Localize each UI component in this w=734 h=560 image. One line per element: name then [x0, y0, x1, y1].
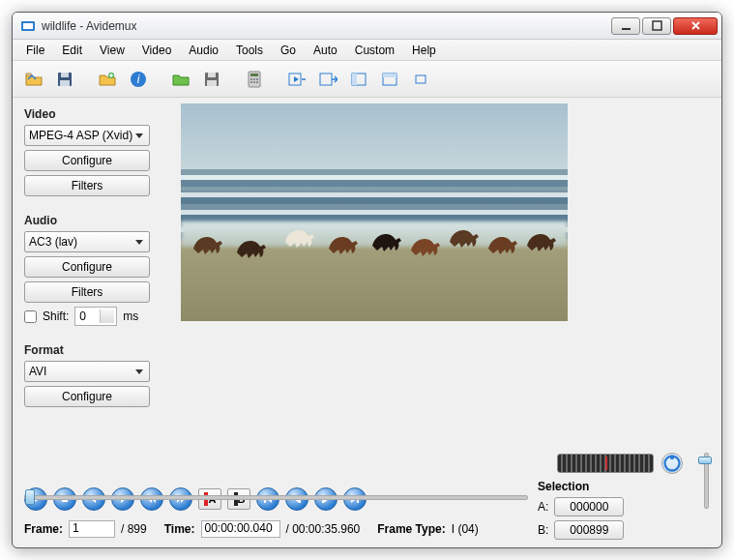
info-row: Frame: 1 / 899 Time: 00:00:00.040 / 00:0…	[24, 518, 566, 538]
svg-rect-1	[23, 23, 33, 29]
svg-rect-14	[250, 74, 258, 76]
svg-rect-5	[61, 73, 69, 77]
folder-green-icon[interactable]	[167, 66, 194, 93]
frame-label: Frame:	[24, 522, 63, 536]
svg-rect-3	[653, 21, 661, 30]
format-select[interactable]: AVI	[24, 361, 150, 382]
svg-text:i: i	[137, 73, 140, 86]
audio-codec-select[interactable]: AC3 (lav)	[24, 231, 150, 252]
audio-codec-value: AC3 (lav)	[29, 235, 77, 249]
content-area: Video MPEG-4 ASP (Xvid) Configure Filter…	[13, 98, 721, 447]
audio-filters-button[interactable]: Filters	[24, 281, 150, 303]
menu-custom[interactable]: Custom	[347, 42, 402, 59]
timeline-slider[interactable]	[24, 487, 528, 505]
svg-rect-16	[253, 78, 255, 80]
frame-total: / 899	[121, 522, 147, 536]
svg-rect-26	[383, 74, 396, 77]
svg-rect-27	[416, 75, 426, 83]
minimize-button[interactable]	[611, 17, 640, 35]
audio-shift-spinner[interactable]: 0	[74, 307, 117, 326]
time-input[interactable]: 00:00:00.040	[201, 520, 280, 538]
scrub-wheel[interactable]	[557, 454, 654, 473]
window-title: wildlife - Avidemux	[42, 19, 611, 33]
audio-shift-label: Shift:	[43, 309, 69, 323]
format-configure-button[interactable]: Configure	[24, 386, 150, 407]
app-icon	[20, 18, 36, 34]
frametype-value: I (04)	[452, 522, 479, 536]
frame-input[interactable]: 1	[69, 520, 115, 538]
open-icon[interactable]	[20, 66, 47, 93]
video-codec-value: MPEG-4 ASP (Xvid)	[29, 129, 132, 142]
window-small-icon[interactable]	[407, 66, 434, 93]
save-disk-icon[interactable]	[198, 66, 225, 93]
menubar: File Edit View Video Audio Tools Go Auto…	[13, 40, 721, 61]
svg-rect-18	[250, 81, 252, 83]
bottom-bar: Selection A: 000000 B: 000899	[13, 447, 721, 547]
video-preview	[181, 103, 568, 321]
svg-rect-11	[208, 73, 216, 77]
open-video-icon[interactable]	[94, 66, 121, 93]
svg-rect-6	[60, 80, 70, 86]
frametype-label: Frame Type:	[377, 522, 445, 536]
format-section-label: Format	[24, 343, 169, 357]
toolbar: i	[13, 61, 721, 98]
play-output-icon[interactable]	[283, 66, 310, 93]
time-total: / 00:00:35.960	[286, 522, 361, 536]
menu-tools[interactable]: Tools	[228, 42, 271, 59]
video-configure-button[interactable]: Configure	[24, 150, 150, 171]
menu-help[interactable]: Help	[404, 42, 444, 59]
audio-shift-unit: ms	[123, 309, 138, 323]
selection-a-button[interactable]: 000000	[554, 497, 624, 516]
menu-go[interactable]: Go	[273, 42, 304, 59]
close-button[interactable]	[673, 17, 718, 35]
volume-slider[interactable]	[700, 453, 710, 509]
audio-configure-button[interactable]: Configure	[24, 256, 150, 278]
time-label: Time:	[164, 522, 195, 536]
format-value: AVI	[29, 365, 46, 378]
window-buttons	[611, 17, 718, 35]
menu-edit[interactable]: Edit	[54, 42, 90, 59]
menu-video[interactable]: Video	[134, 42, 179, 59]
svg-rect-24	[352, 74, 357, 85]
svg-rect-2	[622, 28, 631, 30]
selection-a-label: A:	[538, 500, 548, 514]
menu-audio[interactable]: Audio	[181, 42, 226, 59]
calculator-icon[interactable]	[241, 66, 268, 93]
audio-shift-checkbox[interactable]	[24, 310, 37, 323]
selection-label: Selection	[538, 480, 683, 493]
svg-rect-20	[256, 81, 258, 83]
column-a-icon[interactable]	[345, 66, 372, 93]
preview-area	[181, 103, 710, 447]
video-section-label: Video	[24, 107, 169, 121]
video-filters-button[interactable]: Filters	[24, 175, 150, 196]
svg-rect-19	[253, 81, 255, 83]
app-window: wildlife - Avidemux File Edit View Video…	[12, 12, 722, 548]
svg-point-29	[670, 456, 674, 459]
left-panel: Video MPEG-4 ASP (Xvid) Configure Filter…	[24, 103, 169, 447]
timeline-thumb[interactable]	[25, 489, 35, 505]
maximize-button[interactable]	[642, 17, 671, 35]
output-forward-icon[interactable]	[314, 66, 341, 93]
menu-view[interactable]: View	[92, 42, 132, 59]
audio-shift-row: Shift: 0 ms	[24, 307, 169, 326]
titlebar: wildlife - Avidemux	[13, 13, 721, 40]
column-b-icon[interactable]	[376, 66, 403, 93]
video-codec-select[interactable]: MPEG-4 ASP (Xvid)	[24, 125, 150, 146]
svg-rect-17	[256, 78, 258, 80]
svg-rect-15	[250, 78, 252, 80]
svg-rect-22	[320, 74, 332, 85]
info-icon[interactable]: i	[125, 66, 152, 93]
save-icon[interactable]	[51, 66, 78, 93]
svg-rect-12	[207, 80, 217, 86]
menu-file[interactable]: File	[18, 42, 52, 59]
menu-auto[interactable]: Auto	[306, 42, 345, 59]
volume-thumb[interactable]	[698, 457, 712, 464]
jog-button[interactable]	[661, 453, 683, 474]
audio-section-label: Audio	[24, 214, 169, 227]
